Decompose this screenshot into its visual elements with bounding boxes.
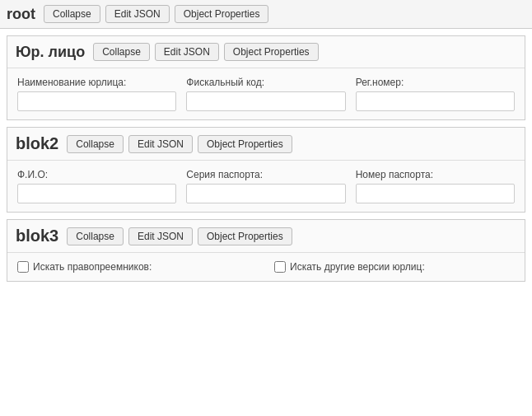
section-header-blok2: blok2CollapseEdit JSONObject Properties: [7, 128, 525, 161]
field-label-yu-lico-1: Фискальный код:: [186, 77, 345, 88]
section-header-blok3: blok3CollapseEdit JSONObject Properties: [7, 220, 525, 253]
field-group-yu-lico-1: Фискальный код:: [186, 77, 345, 111]
fields-row-blok2: Ф.И.О:Серия паспорта:Номер паспорта:: [7, 161, 525, 212]
checkbox-input-blok3-0[interactable]: [17, 261, 29, 273]
section-edit-json-button-blok2[interactable]: Edit JSON: [128, 135, 193, 153]
field-input-blok2-2[interactable]: [356, 184, 515, 203]
root-collapse-button[interactable]: Collapse: [44, 5, 100, 23]
field-label-yu-lico-2: Рег.номер:: [356, 77, 515, 88]
sections-container: Юр. лицоCollapseEdit JSONObject Properti…: [0, 35, 532, 282]
fields-row-yu-lico: Наименование юрлица:Фискальный код:Рег.н…: [7, 68, 525, 119]
checkbox-input-blok3-1[interactable]: [274, 261, 286, 273]
section-header-yu-lico: Юр. лицоCollapseEdit JSONObject Properti…: [7, 36, 525, 68]
field-label-blok2-1: Серия паспорта:: [186, 169, 345, 180]
checkboxes-row-blok3: Искать правопреемников:Искать другие вер…: [7, 253, 525, 281]
checkbox-label-blok3-1: Искать другие версии юрлиц:: [290, 261, 425, 273]
section-collapse-button-blok2[interactable]: Collapse: [67, 135, 124, 153]
root-object-properties-button[interactable]: Object Properties: [175, 5, 269, 23]
field-input-yu-lico-0[interactable]: [17, 91, 176, 111]
field-label-yu-lico-0: Наименование юрлица:: [17, 77, 176, 88]
section-title-blok3: blok3: [16, 227, 58, 245]
field-label-blok2-2: Номер паспорта:: [356, 169, 515, 180]
section-blok3: blok3CollapseEdit JSONObject PropertiesИ…: [7, 219, 525, 282]
section-edit-json-button-blok3[interactable]: Edit JSON: [128, 227, 193, 245]
field-input-blok2-0[interactable]: [17, 184, 176, 203]
section-object-properties-button-blok3[interactable]: Object Properties: [198, 227, 292, 245]
field-group-blok2-1: Серия паспорта:: [186, 169, 345, 203]
checkbox-group-blok3-1: Искать другие версии юрлиц:: [274, 261, 515, 273]
section-collapse-button-blok3[interactable]: Collapse: [67, 227, 124, 245]
field-group-blok2-2: Номер паспорта:: [356, 169, 515, 203]
section-object-properties-button-yu-lico[interactable]: Object Properties: [224, 43, 319, 61]
section-title-blok2: blok2: [16, 134, 58, 153]
section-edit-json-button-yu-lico[interactable]: Edit JSON: [155, 43, 219, 61]
field-input-yu-lico-1[interactable]: [186, 91, 345, 111]
root-title: root: [7, 6, 35, 23]
field-group-yu-lico-0: Наименование юрлица:: [17, 77, 176, 111]
section-collapse-button-yu-lico[interactable]: Collapse: [93, 43, 150, 61]
field-label-blok2-0: Ф.И.О:: [17, 169, 176, 180]
field-input-blok2-1[interactable]: [186, 184, 345, 203]
field-group-yu-lico-2: Рег.номер:: [356, 77, 515, 111]
checkbox-group-blok3-0: Искать правопреемников:: [17, 261, 258, 273]
field-group-blok2-0: Ф.И.О:: [17, 169, 176, 203]
root-edit-json-button[interactable]: Edit JSON: [105, 5, 170, 23]
section-object-properties-button-blok2[interactable]: Object Properties: [198, 135, 292, 153]
checkbox-label-blok3-0: Искать правопреемников:: [33, 261, 152, 273]
root-bar: root Collapse Edit JSON Object Propertie…: [0, 0, 532, 29]
section-yu-lico: Юр. лицоCollapseEdit JSONObject Properti…: [7, 35, 525, 120]
section-blok2: blok2CollapseEdit JSONObject PropertiesФ…: [7, 127, 525, 213]
field-input-yu-lico-2[interactable]: [356, 91, 515, 111]
section-title-yu-lico: Юр. лицо: [16, 44, 85, 61]
